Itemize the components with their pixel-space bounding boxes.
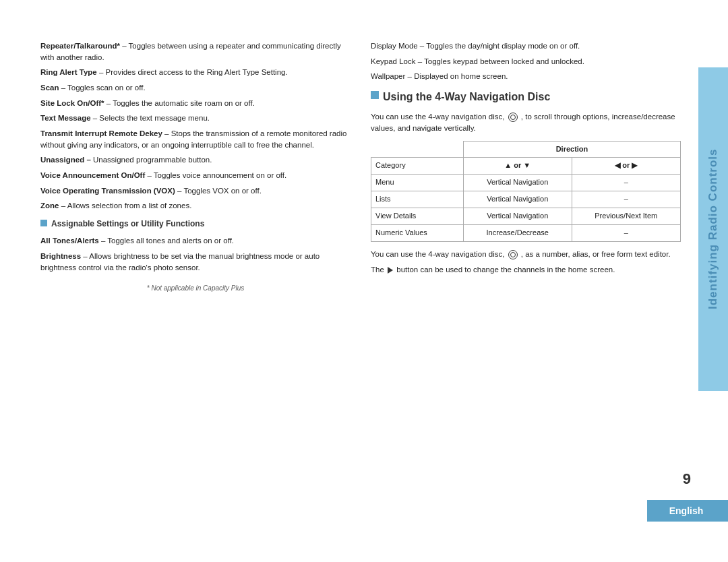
left-column: Repeater/Talkaround* – Toggles between u… — [40, 40, 351, 522]
brightness-term: Brightness — [40, 252, 81, 260]
vox-term: Voice Operating Transmission (VOX) — [40, 187, 175, 195]
nav-disc-section-heading: Using the 4-Way Navigation Disc — [371, 89, 681, 104]
nav-disc-heading-text: Using the 4-Way Navigation Disc — [383, 89, 550, 104]
direction-table: Direction Category ▲ or ▼ ◀ or ▶ Menu Ve… — [371, 141, 681, 243]
row-col2: – — [572, 191, 681, 208]
ring-alert-term: Ring Alert Type — [40, 68, 97, 76]
category-header: Category — [371, 158, 464, 175]
nav-disc-icon-2 — [508, 250, 518, 259]
row-col2: Previous/Next Item — [572, 208, 681, 225]
assignable-heading-text: Assignable Settings or Utility Functions — [51, 218, 204, 230]
display-mode-item: Display Mode – Toggles the day/night dis… — [371, 40, 681, 52]
nav-intro-para: You can use the 4-way navigation disc, ,… — [371, 111, 681, 133]
right-column: Display Mode – Toggles the day/night dis… — [371, 40, 681, 522]
assignable-section-heading: Assignable Settings or Utility Functions — [40, 218, 351, 230]
table-row: Numeric Values Increase/Decrease – — [371, 225, 681, 242]
nav-para3: The button can be used to change the cha… — [371, 264, 681, 276]
table-row: View Details Vertical Navigation Previou… — [371, 208, 681, 225]
arrow-right-icon — [388, 267, 393, 274]
display-mode-term: Display Mode — [371, 42, 418, 50]
row-category: Numeric Values — [371, 225, 464, 242]
all-tones-term: All Tones/Alerts — [40, 237, 99, 245]
row-category: Lists — [371, 191, 464, 208]
row-col1: Vertical Navigation — [463, 175, 572, 191]
vox-item: Voice Operating Transmission (VOX) – Tog… — [40, 185, 351, 197]
row-category: Menu — [371, 175, 464, 191]
keypad-lock-term: Keypad Lock — [371, 57, 416, 65]
transmit-item: Transmit Interrupt Remote Dekey – Stops … — [40, 128, 351, 150]
voice-announcement-term: Voice Announcement On/Off — [40, 171, 145, 179]
all-tones-item: All Tones/Alerts – Toggles all tones and… — [40, 235, 351, 247]
big-blue-square-icon — [371, 91, 379, 99]
repeater-item: Repeater/Talkaround* – Toggles between u… — [40, 40, 351, 63]
row-col1: Increase/Decrease — [463, 225, 572, 242]
text-message-term: Text Message — [40, 114, 91, 122]
unassigned-term: Unassigned – — [40, 156, 91, 164]
scan-term: Scan — [40, 84, 59, 92]
col2-header: ◀ or ▶ — [572, 158, 681, 175]
site-lock-item: Site Lock On/Off* – Toggles the automati… — [40, 98, 351, 109]
transmit-term: Transmit Interrupt Remote Dekey — [40, 129, 162, 137]
brightness-item: Brightness – Allows brightness to be set… — [40, 251, 351, 273]
repeater-term: Repeater/Talkaround* — [40, 42, 120, 50]
zone-item: Zone – Allows selection from a list of z… — [40, 200, 351, 212]
sidebar-label: Identifying Radio Controls — [698, 67, 728, 391]
row-col1: Vertical Navigation — [463, 191, 572, 208]
direction-header: Direction — [463, 141, 680, 158]
zone-term: Zone — [40, 201, 59, 210]
wallpaper-term: Wallpaper — [371, 72, 405, 80]
col1-header: ▲ or ▼ — [463, 158, 572, 175]
nav-para2: You can use the 4-way navigation disc, ,… — [371, 249, 681, 260]
blue-square-icon — [40, 220, 47, 226]
site-lock-term: Site Lock On/Off* — [40, 99, 104, 107]
row-col2: – — [572, 225, 681, 242]
table-row: Menu Vertical Navigation – — [371, 175, 681, 191]
row-category: View Details — [371, 208, 464, 225]
text-message-item: Text Message – Selects the text message … — [40, 113, 351, 124]
sidebar-label-text: Identifying Radio Controls — [706, 149, 720, 310]
page-number: 9 — [683, 470, 691, 488]
page-container: Identifying Radio Controls 9 English Rep… — [0, 0, 728, 562]
nav-disc-icon-1 — [508, 113, 518, 122]
row-col1: Vertical Navigation — [463, 208, 572, 225]
main-content: Repeater/Talkaround* – Toggles between u… — [40, 40, 681, 522]
footnote: * Not applicable in Capacity Plus — [40, 284, 351, 294]
table-header-empty — [371, 141, 464, 158]
row-col2: – — [572, 175, 681, 191]
ring-alert-item: Ring Alert Type – Provides direct access… — [40, 67, 351, 78]
wallpaper-item: Wallpaper – Displayed on home screen. — [371, 71, 681, 82]
scan-item: Scan – Toggles scan on or off. — [40, 82, 351, 94]
voice-announcement-item: Voice Announcement On/Off – Toggles voic… — [40, 170, 351, 181]
table-row: Lists Vertical Navigation – — [371, 191, 681, 208]
unassigned-item: Unassigned – Unassigned programmable but… — [40, 154, 351, 166]
keypad-lock-item: Keypad Lock – Toggles keypad between loc… — [371, 56, 681, 67]
